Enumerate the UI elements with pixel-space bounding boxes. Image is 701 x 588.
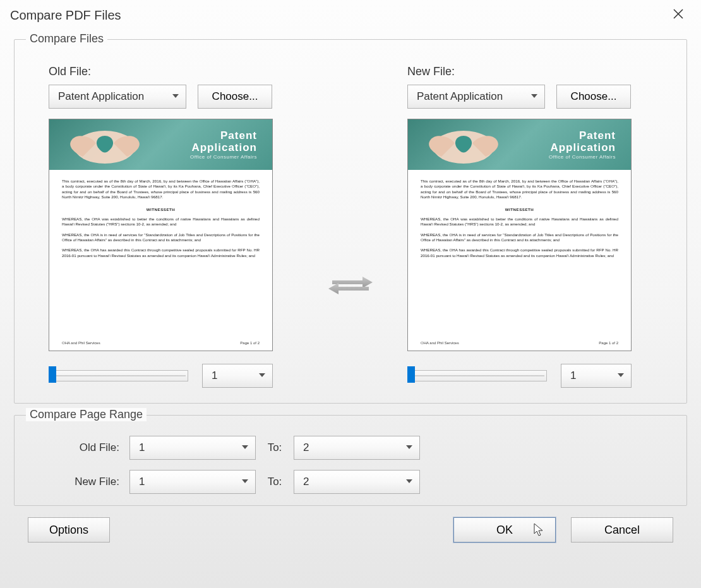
new-preview-body: This contract, executed as of the 8th da… bbox=[408, 170, 631, 351]
range-to-label: To: bbox=[256, 476, 294, 488]
new-preview-title: Patent Application Office of Consumer Af… bbox=[549, 129, 616, 160]
old-preview-title: Patent Application Office of Consumer Af… bbox=[190, 129, 257, 160]
old-file-selected: Patent Application bbox=[58, 90, 144, 103]
chevron-down-icon bbox=[530, 90, 538, 103]
chevron-down-icon bbox=[241, 441, 249, 454]
page-range-legend: Compare Page Range bbox=[26, 408, 147, 421]
new-file-choose-button[interactable]: Choose... bbox=[556, 85, 631, 109]
chevron-down-icon bbox=[241, 476, 249, 488]
new-file-label: New File: bbox=[407, 65, 673, 78]
old-file-dropdown[interactable]: Patent Application bbox=[49, 85, 186, 109]
new-file-dropdown[interactable]: Patent Application bbox=[407, 85, 545, 109]
swap-icon bbox=[326, 273, 375, 300]
range-new-from-select[interactable]: 1 bbox=[129, 470, 256, 494]
chevron-down-icon bbox=[172, 90, 179, 103]
slider-thumb[interactable] bbox=[407, 366, 415, 383]
chevron-down-icon bbox=[258, 369, 266, 382]
range-to-label: To: bbox=[256, 441, 294, 454]
old-preview-header: Patent Application Office of Consumer Af… bbox=[49, 119, 272, 170]
hands-icon bbox=[54, 122, 155, 167]
new-file-column: New File: Patent Application Choose... bbox=[387, 65, 673, 388]
hands-icon bbox=[413, 122, 514, 167]
old-file-column: Old File: Patent Application Choose... bbox=[28, 65, 314, 388]
new-file-preview: Patent Application Office of Consumer Af… bbox=[407, 119, 632, 351]
cancel-button[interactable]: Cancel bbox=[571, 517, 673, 543]
titlebar: Compare PDF Files bbox=[0, 0, 701, 28]
new-file-page-select[interactable]: 1 bbox=[561, 364, 632, 388]
slider-thumb[interactable] bbox=[49, 366, 56, 383]
old-file-choose-button[interactable]: Choose... bbox=[198, 85, 272, 109]
compare-pdf-dialog: Compare PDF Files Compare Files Old File… bbox=[0, 0, 701, 588]
swap-files-button[interactable] bbox=[325, 273, 376, 300]
range-old-to-select[interactable]: 2 bbox=[294, 436, 420, 460]
range-old-from-select[interactable]: 1 bbox=[129, 436, 256, 460]
chevron-down-icon bbox=[405, 441, 413, 454]
old-file-preview: Patent Application Office of Consumer Af… bbox=[49, 119, 273, 351]
cursor-icon bbox=[534, 523, 544, 537]
old-file-page-select[interactable]: 1 bbox=[202, 364, 273, 388]
close-button[interactable] bbox=[666, 5, 691, 25]
close-icon bbox=[673, 8, 684, 23]
old-file-page-slider[interactable] bbox=[49, 368, 188, 383]
chevron-down-icon bbox=[405, 476, 413, 488]
compare-files-group: Compare Files Old File: Patent Applicati… bbox=[14, 39, 687, 404]
ok-button[interactable]: OK bbox=[453, 517, 556, 543]
compare-page-range-group: Compare Page Range Old File: 1 To: 2 New… bbox=[14, 415, 687, 506]
dialog-title: Compare PDF Files bbox=[10, 8, 121, 23]
dialog-button-row: Options OK Cancel bbox=[14, 517, 687, 545]
new-preview-header: Patent Application Office of Consumer Af… bbox=[408, 119, 631, 170]
range-old-label: Old File: bbox=[35, 441, 129, 454]
old-file-label: Old File: bbox=[49, 65, 314, 78]
new-file-selected: Patent Application bbox=[417, 90, 503, 103]
chevron-down-icon bbox=[617, 369, 625, 382]
range-new-to-select[interactable]: 2 bbox=[294, 470, 420, 494]
new-file-page-slider[interactable] bbox=[407, 368, 547, 383]
compare-files-legend: Compare Files bbox=[26, 32, 107, 45]
old-preview-body: This contract, executed as of the 8th da… bbox=[49, 170, 272, 351]
options-button[interactable]: Options bbox=[28, 517, 110, 543]
range-new-label: New File: bbox=[35, 476, 129, 488]
